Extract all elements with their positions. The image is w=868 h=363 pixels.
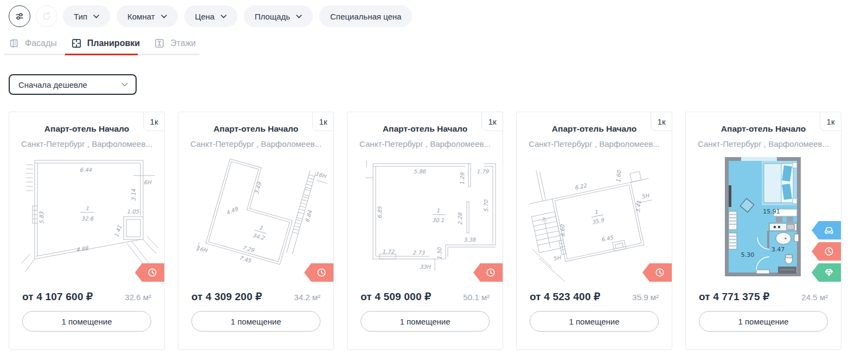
- furnished-tag: [812, 221, 841, 239]
- layout-card[interactable]: 1к Апарт-отель Начало Санкт-Петербург , …: [347, 112, 503, 350]
- plan-dimension: 5.70: [483, 199, 489, 212]
- plan-room-number: 1: [594, 209, 599, 215]
- card-location: Санкт-Петербург , Варфоломеев...: [178, 139, 333, 148]
- tab-facades[interactable]: Фасады: [9, 38, 57, 49]
- area: 24.5 м²: [801, 293, 828, 302]
- filter-pill-area[interactable]: Площадь: [244, 5, 313, 27]
- refresh-icon: [41, 10, 53, 22]
- filter-pill-label: Цена: [195, 12, 215, 21]
- layout-card[interactable]: 1к Апарт-отель Начало Санкт-Петербург , …: [9, 112, 165, 350]
- tab-floors[interactable]: Этажи: [154, 38, 196, 49]
- building-icon: [9, 38, 20, 49]
- filter-pill-label: Комнат: [127, 12, 155, 21]
- plan-dimension: 4.88: [76, 245, 89, 253]
- plan-dimension: 3.38: [464, 237, 477, 243]
- chevron-down-icon: [161, 15, 167, 18]
- area: 35.9 м²: [632, 293, 659, 302]
- plan-room-number: 1: [259, 224, 263, 231]
- active-tab-indicator: [65, 54, 138, 55]
- filter-pill-price[interactable]: Цена: [184, 5, 237, 27]
- filter-pill-special-price[interactable]: Специальная цена: [319, 5, 412, 27]
- plan-dimension: 3.14: [131, 189, 137, 201]
- filter-pill-type[interactable]: Тип: [63, 5, 110, 27]
- rooms-available-button[interactable]: 1 помещение: [361, 311, 490, 332]
- filter-pill-rooms[interactable]: Комнат: [117, 5, 178, 27]
- card-title: Апарт-отель Начало: [9, 124, 164, 134]
- filter-pill-label: Тип: [74, 12, 87, 21]
- plan-dimension: 1.72: [382, 249, 395, 255]
- limited-offer-tag: [135, 263, 164, 282]
- filter-pill-label: Специальная цена: [330, 12, 401, 21]
- floor-plan-area: 16H 3.49 6.84 4.49 1 34.2 7.29 7.45 16H: [178, 151, 333, 284]
- plan-room-area: 5.30: [741, 251, 755, 258]
- plan-room-number: 1: [436, 208, 440, 213]
- rooms-available-button[interactable]: 1 помещение: [22, 311, 151, 332]
- limited-offer-tag: [642, 263, 672, 282]
- rooms-available-button[interactable]: 1 помещение: [530, 311, 659, 332]
- promo-tags: [135, 263, 164, 282]
- limited-offer-tag: [473, 263, 503, 282]
- promo-tags: [812, 221, 841, 282]
- plan-dimension: 3.41: [635, 200, 642, 213]
- plan-dimension: 16H: [196, 245, 209, 254]
- price: от 4 523 400 ₽: [530, 290, 600, 303]
- tab-underline-track: [4, 54, 200, 55]
- card-location: Санкт-Петербург , Варфоломеев...: [348, 139, 503, 148]
- limited-offer-tag: [304, 263, 333, 282]
- card-title: Апарт-отель Начало: [178, 124, 333, 134]
- plan-room-area: 34.2: [252, 232, 265, 241]
- clock-icon: [147, 267, 158, 278]
- plan-room-area: 15.91: [763, 208, 780, 215]
- price: от 4 509 000 ₽: [361, 290, 431, 303]
- filter-settings-button[interactable]: [9, 5, 30, 27]
- layout-card[interactable]: 1к Апарт-отель Начало Санкт-Петербург , …: [516, 112, 672, 350]
- plan-dimension: 5.83: [38, 211, 44, 224]
- plan-dimension: 6.60: [560, 224, 566, 237]
- gem-icon: [824, 267, 834, 278]
- clock-icon: [485, 267, 496, 278]
- plan-dimension: 1.79: [477, 168, 490, 174]
- plan-room-area: 3.47: [771, 246, 785, 253]
- chevron-down-icon: [221, 15, 227, 18]
- floorplan-icon: [71, 38, 82, 49]
- layout-card[interactable]: 1к Апарт-отель Начало Санкт-Петербург , …: [178, 112, 334, 350]
- floor-level-icon: [154, 38, 165, 49]
- rooms-available-button[interactable]: 1 помещение: [699, 311, 828, 332]
- rooms-count-badge: 1к: [143, 112, 165, 131]
- price-row: от 4 107 600 ₽ 32.6 м²: [9, 290, 164, 303]
- plan-dimension: 6H: [144, 179, 152, 185]
- plan-dimension: 1.29: [459, 172, 465, 185]
- plan-dimension: 1.41: [113, 225, 123, 238]
- rooms-count-badge: 1к: [481, 112, 503, 131]
- area: 32.6 м²: [125, 293, 151, 302]
- plan-dimension: 1.60: [615, 170, 622, 183]
- card-location: Санкт-Петербург , Варфоломеев...: [9, 139, 164, 148]
- view-tabs: Фасады Планировки Этажи: [9, 38, 196, 49]
- filter-toolbar: Тип Комнат Цена Площадь Специальная цена: [0, 0, 868, 27]
- price-row: от 4 523 400 ₽ 35.9 м²: [517, 290, 672, 303]
- plan-dimension: 5H: [552, 254, 562, 262]
- plan-dimension: 16H: [314, 171, 327, 180]
- tab-label: Этажи: [170, 38, 196, 48]
- plan-room-number: 1: [86, 205, 89, 211]
- clock-icon: [654, 267, 665, 278]
- floor-plan-area: 15.91 5.30 3.47: [686, 151, 841, 284]
- price-row: от 4 771 375 ₽ 24.5 м²: [686, 290, 841, 303]
- reset-filters-button[interactable]: [36, 5, 57, 27]
- layouts-card-list: 1к Апарт-отель Начало Санкт-Петербург , …: [0, 112, 868, 350]
- layout-card[interactable]: 1к Апарт-отель Начало Санкт-Петербург , …: [685, 112, 841, 350]
- plan-dimension: 6.44: [80, 167, 92, 173]
- floor-plan-drawing: 15.91 5.30 3.47: [717, 153, 809, 282]
- price: от 4 309 200 ₽: [191, 290, 262, 303]
- plan-dimension: 6.45: [601, 234, 614, 243]
- plan-dimension: 7.29: [242, 244, 256, 254]
- area: 34.2 м²: [294, 293, 320, 302]
- sofa-icon: [824, 225, 834, 236]
- tab-layouts[interactable]: Планировки: [71, 38, 140, 49]
- sort-selected-value: Сначала дешевле: [18, 80, 87, 89]
- rooms-count-badge: 1к: [312, 112, 334, 131]
- rooms-available-button[interactable]: 1 помещение: [191, 311, 320, 332]
- sort-select[interactable]: Сначала дешевле: [9, 74, 137, 95]
- plan-dimension: 33H: [420, 264, 432, 270]
- plan-dimension: 6.84: [304, 209, 313, 223]
